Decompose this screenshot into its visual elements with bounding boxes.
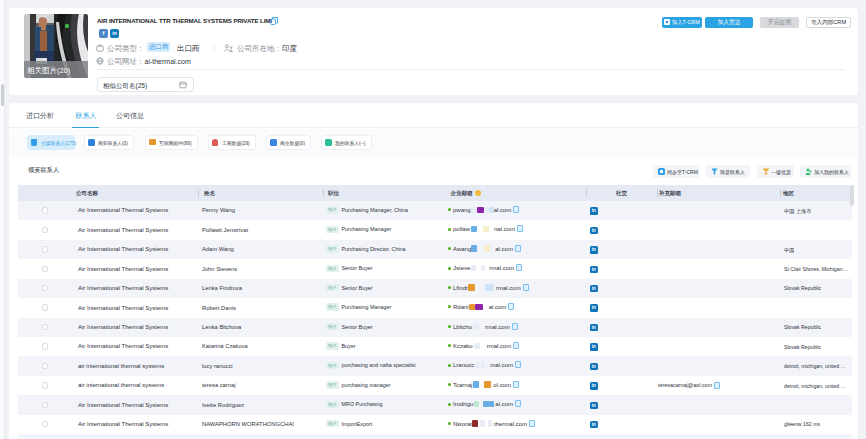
- svg-text:相关图片(20): 相关图片(20): [27, 66, 71, 75]
